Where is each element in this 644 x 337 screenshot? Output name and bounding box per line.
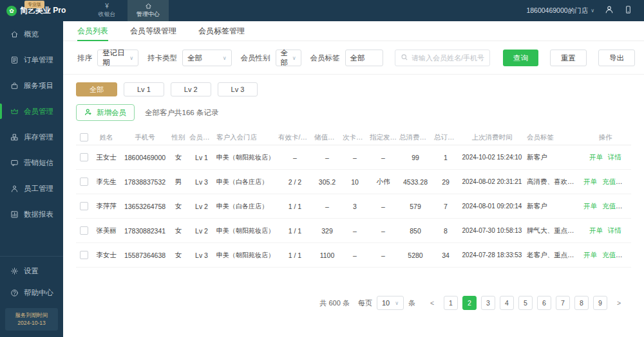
- page-button-2[interactable]: 2: [462, 296, 477, 310]
- pagination: 共 600 条 每页 10 ∨ 条 < 123456789 >: [63, 268, 644, 310]
- chevron-down-icon: ∨: [395, 300, 399, 306]
- page-size-value: 10: [382, 299, 390, 307]
- recharge-link[interactable]: 充值: [602, 178, 616, 185]
- card-count: 2 / 2: [277, 178, 313, 186]
- sidebar-item[interactable]: 设置: [0, 260, 63, 282]
- row-checkbox[interactable]: [80, 202, 88, 210]
- inventory-boxes-icon: [10, 133, 19, 141]
- mobile-device-icon[interactable]: [624, 5, 632, 17]
- store-selector[interactable]: 18600469000的门店 ∨: [526, 6, 594, 15]
- member-phone: 17830882341: [121, 227, 169, 235]
- page-button-4[interactable]: 4: [500, 296, 514, 310]
- row-checkbox[interactable]: [80, 226, 88, 235]
- member-phone: 17838837532: [121, 178, 169, 186]
- top-tab-cashier[interactable]: ¥ 收银台: [86, 0, 128, 21]
- sidebar-item[interactable]: 员工管理: [0, 176, 63, 201]
- member-tags: 高消费、喜欢按摩...: [526, 178, 580, 187]
- total-orders: 29: [433, 178, 459, 186]
- recharge-link[interactable]: 充值: [602, 251, 616, 259]
- row-checkbox[interactable]: [80, 178, 88, 186]
- next-page-button[interactable]: >: [612, 296, 626, 310]
- page-button-7[interactable]: 7: [556, 296, 570, 310]
- sidebar-item-label: 概览: [24, 30, 39, 39]
- detail-link[interactable]: 详情: [608, 226, 621, 234]
- member-gender: 男: [169, 178, 188, 187]
- page-size-select[interactable]: 10 ∨: [377, 296, 404, 310]
- gender-select[interactable]: 全部 ∨: [276, 50, 301, 66]
- page-tab[interactable]: 会员等级管理: [130, 21, 176, 41]
- member-tag-input[interactable]: 全部: [345, 50, 383, 66]
- open-order-link[interactable]: 开单: [583, 202, 597, 210]
- store-selector-label: 18600469000的门店: [526, 6, 588, 15]
- sidebar-item[interactable]: 服务项目: [0, 73, 63, 98]
- sort-label: 排序: [77, 53, 92, 63]
- prev-page-button[interactable]: <: [425, 296, 439, 310]
- page-tab[interactable]: 会员标签管理: [198, 21, 245, 41]
- gender-select-value: 全部: [281, 48, 292, 68]
- open-order-link[interactable]: 开单: [589, 226, 603, 234]
- row-actions: 开单充值详情: [580, 178, 631, 187]
- account-icon[interactable]: [605, 5, 614, 17]
- row-checkbox[interactable]: [80, 153, 88, 161]
- query-button[interactable]: 查询: [503, 50, 538, 66]
- stored-balance: 305.2: [313, 178, 341, 186]
- last-consume-time: 2024-08-02 20:31:21: [459, 178, 526, 185]
- open-order-link[interactable]: 开单: [583, 251, 597, 259]
- select-all-checkbox[interactable]: [80, 133, 88, 141]
- sidebar-item[interactable]: 库存管理: [0, 124, 63, 150]
- export-button[interactable]: 导出: [598, 50, 635, 66]
- add-member-button[interactable]: 新增会员: [76, 104, 135, 121]
- sidebar-item[interactable]: 数据报表: [0, 201, 63, 227]
- top-tab-admin-center[interactable]: 管理中心: [128, 0, 169, 21]
- row-checkbox[interactable]: [80, 251, 88, 259]
- service-expiry-box: 服务到期时间 2024-10-13: [5, 308, 58, 331]
- stored-balance: –: [313, 203, 341, 210]
- page-button-8[interactable]: 8: [574, 296, 589, 310]
- sidebar-item[interactable]: 营销短信: [0, 150, 63, 176]
- total-orders: 34: [433, 251, 459, 259]
- page-button-1[interactable]: 1: [444, 296, 458, 310]
- cashier-yen-icon: ¥: [105, 3, 109, 10]
- reset-button[interactable]: 重置: [550, 50, 587, 66]
- member-level: Lv 3: [188, 178, 215, 186]
- home-icon: [10, 30, 19, 39]
- sidebar-bottom-menu: 设置 帮助中心: [0, 260, 63, 304]
- sidebar-item[interactable]: 订单管理: [0, 47, 63, 73]
- open-order-link[interactable]: 开单: [583, 178, 597, 185]
- sidebar-item-label: 员工管理: [24, 184, 53, 194]
- sidebar-item[interactable]: 会员管理: [0, 98, 63, 124]
- sidebar-item-label: 设置: [24, 266, 39, 276]
- level-tab[interactable]: Lv 3: [218, 82, 258, 96]
- page-tabs: 会员列表会员等级管理会员标签管理: [63, 21, 644, 41]
- search-input[interactable]: 请输入会员姓名/手机号: [395, 50, 490, 66]
- level-tab[interactable]: Lv 2: [171, 82, 211, 96]
- app-logo: ✿ 简艺美业 Pro 专业版: [0, 0, 76, 21]
- page-button-6[interactable]: 6: [537, 296, 551, 310]
- page-button-3[interactable]: 3: [481, 296, 495, 310]
- recharge-link[interactable]: 充值: [602, 202, 616, 210]
- column-header: 次卡余数: [341, 133, 368, 142]
- member-level: Lv 1: [188, 154, 215, 161]
- page-tab[interactable]: 会员列表: [77, 21, 108, 41]
- gender-label: 会员性别: [241, 53, 270, 63]
- row-actions: 开单充值详情: [580, 251, 631, 260]
- member-tags: 老客户、重点关注: [526, 251, 580, 260]
- sidebar-item[interactable]: 帮助中心: [0, 282, 63, 304]
- column-header: 客户入会门店: [215, 133, 277, 142]
- page-button-5[interactable]: 5: [518, 296, 533, 310]
- detail-link[interactable]: 详情: [608, 153, 621, 161]
- sort-select[interactable]: 登记日期 ∨: [97, 50, 138, 66]
- table-row: 李女士15587364638女Lv 3申美（朝阳苑妆店）1 / 11100––5…: [76, 243, 631, 268]
- card-type-select[interactable]: 全部 ∨: [182, 50, 232, 66]
- times-card-count: 3: [341, 203, 368, 210]
- sidebar-item[interactable]: 概览: [0, 21, 63, 47]
- chevron-down-icon: ∨: [129, 55, 133, 61]
- level-tab[interactable]: Lv 1: [124, 82, 164, 96]
- page-button-9[interactable]: 9: [593, 296, 607, 310]
- column-header: 有效卡/总卡数: [277, 133, 313, 142]
- total-orders: 1: [433, 154, 459, 161]
- brand-icon: ✿: [6, 6, 17, 16]
- stored-balance: 329: [313, 227, 341, 235]
- open-order-link[interactable]: 开单: [589, 153, 603, 161]
- level-tab[interactable]: 全部: [76, 82, 117, 96]
